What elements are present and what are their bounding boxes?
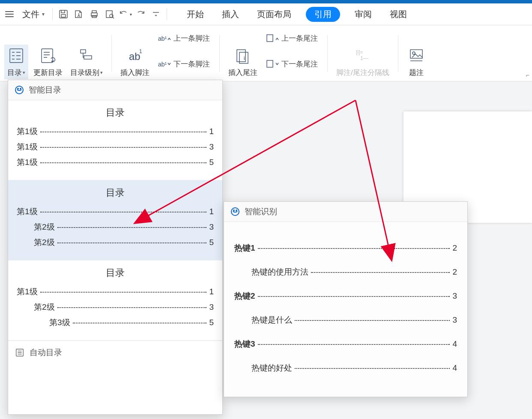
prev-endnote-button[interactable]: 上一条尾注 — [264, 32, 320, 45]
toc-line: 第3级5 — [17, 317, 214, 328]
toc-style-0[interactable]: 目录第1级1第1级3第1级5 — [8, 100, 222, 180]
toc-level-button[interactable]: 目录级别▾ — [68, 45, 105, 79]
rec-line: 热键的好处4 — [234, 362, 457, 374]
smart-toc-label: 智能目录 — [29, 84, 61, 96]
menubar: 文件 ▾ ▾ 开始插入页面布局引用审阅视图 — [0, 3, 532, 25]
print-icon[interactable] — [87, 7, 102, 21]
toc-style-title: 目录 — [17, 266, 214, 279]
svg-point-28 — [231, 208, 239, 215]
toc-style-1[interactable]: 目录第1级1第2级3第2级5 — [8, 180, 222, 260]
toc-icon — [7, 46, 26, 65]
level-label: 目录级别 — [70, 68, 99, 78]
auto-toc-label: 自动目录 — [30, 347, 62, 358]
prev-footnote-button[interactable]: ab¹上一条脚注 — [156, 32, 212, 45]
ribbon: 目录▾ 更新目录 目录级别▾ ab1 插入脚注 ab¹上一条脚注 ab¹下一条脚… — [0, 25, 532, 81]
file-menu[interactable]: 文件 ▾ — [18, 7, 49, 22]
prev-footnote-label: 上一条脚注 — [173, 33, 210, 43]
smart-circle-icon — [14, 85, 24, 95]
redo-icon[interactable] — [133, 7, 148, 21]
svg-text:ab: ab — [129, 51, 140, 62]
svg-text:ab¹: ab¹ — [158, 35, 167, 42]
rec-line: 热键34 — [234, 338, 457, 350]
smart-rec-header: 智能识别 — [224, 202, 467, 222]
separator-label: 脚注/尾注分隔线 — [336, 68, 389, 78]
prev-endnote-label: 上一条尾注 — [281, 33, 318, 43]
svg-text:[i]=: [i]= — [356, 49, 363, 55]
next-endnote-button[interactable]: 下一条尾注 — [264, 57, 320, 70]
svg-rect-9 — [81, 50, 86, 53]
caption-button[interactable]: 题注 — [404, 45, 428, 79]
toc-dropdown: 智能目录 目录第1级1第1级3第1级5目录第1级1第2级3第2级5目录第1级1第… — [8, 80, 223, 415]
chevron-down-icon: ▾ — [42, 11, 45, 17]
export-icon[interactable] — [72, 7, 86, 21]
tab-3[interactable]: 引用 — [306, 7, 340, 22]
auto-toc-row[interactable]: 自动目录 — [8, 341, 222, 364]
separator — [219, 35, 220, 72]
toc-line: 第2级3 — [17, 221, 214, 233]
insert-footnote-button[interactable]: ab1 插入脚注 — [118, 45, 152, 79]
separator — [398, 35, 398, 72]
separator-button[interactable]: [i]=1— 脚注/尾注分隔线 — [334, 45, 392, 79]
svg-rect-1 — [61, 15, 66, 17]
next-footnote-label: 下一条脚注 — [173, 59, 210, 69]
svg-point-25 — [18, 88, 18, 89]
toc-line: 第1级1 — [17, 126, 214, 137]
svg-text:i: i — [244, 55, 245, 61]
svg-rect-3 — [92, 11, 96, 13]
insert-endnote-button[interactable]: i 插入尾注 — [226, 45, 260, 79]
svg-rect-10 — [84, 56, 92, 59]
qat-overflow-icon[interactable] — [149, 7, 163, 21]
toc-style-2[interactable]: 目录第1级1第2级3第3级5 — [8, 260, 222, 341]
file-label: 文件 — [22, 9, 39, 20]
svg-point-29 — [233, 210, 234, 211]
rec-line: 热键是什么3 — [234, 314, 457, 326]
svg-text:ab¹: ab¹ — [158, 61, 167, 68]
endnote-icon: i — [233, 46, 252, 65]
refresh-toc-button[interactable]: 更新目录 — [31, 45, 65, 79]
chevron-down-icon: ▾ — [23, 70, 25, 75]
divider — [167, 8, 167, 20]
tab-1[interactable]: 插入 — [218, 7, 242, 22]
toc-line: 第1级5 — [17, 157, 214, 168]
toc-style-title: 目录 — [17, 106, 214, 119]
toc-line: 第1级1 — [17, 286, 214, 297]
refresh-label: 更新目录 — [33, 68, 63, 78]
tab-4[interactable]: 审阅 — [351, 7, 375, 22]
footnote-icon: ab1 — [126, 46, 144, 65]
toc-button[interactable]: 目录▾ — [4, 45, 28, 79]
smart-circle-icon — [230, 207, 240, 217]
svg-point-30 — [236, 210, 237, 211]
save-icon[interactable] — [56, 7, 71, 21]
tab-2[interactable]: 页面布局 — [254, 7, 295, 22]
toc-style-title: 目录 — [17, 186, 214, 199]
next-endnote-label: 下一条尾注 — [281, 59, 318, 69]
svg-point-6 — [110, 14, 113, 18]
toc-line: 第2级5 — [17, 237, 214, 248]
tab-0[interactable]: 开始 — [183, 7, 207, 22]
svg-rect-18 — [267, 35, 273, 42]
smart-toc-header: 智能目录 — [8, 80, 222, 100]
smart-rec-label: 智能识别 — [245, 206, 277, 217]
divider — [52, 8, 53, 20]
print-preview-icon[interactable] — [102, 7, 117, 21]
svg-text:1: 1 — [139, 48, 142, 54]
caption-icon — [407, 46, 426, 65]
refresh-icon — [39, 46, 57, 65]
svg-point-23 — [412, 52, 415, 54]
caption-label: 题注 — [409, 68, 424, 78]
svg-text:1—: 1— — [360, 55, 368, 61]
menu-icon[interactable] — [3, 9, 17, 19]
dialog-launcher-icon[interactable]: ⌐ — [526, 72, 529, 78]
separator-icon: [i]=1— — [353, 46, 372, 65]
toc-label: 目录 — [7, 68, 22, 78]
toc-line: 第1级3 — [17, 141, 214, 153]
rec-line: 热键23 — [234, 290, 457, 302]
svg-point-24 — [15, 86, 23, 94]
undo-icon[interactable]: ▾ — [118, 7, 132, 21]
separator — [111, 35, 112, 72]
rec-line: 热键的使用方法2 — [234, 266, 457, 278]
tab-5[interactable]: 视图 — [386, 7, 410, 22]
level-icon — [77, 46, 96, 65]
next-footnote-button[interactable]: ab¹下一条脚注 — [156, 57, 212, 70]
separator — [327, 35, 328, 72]
